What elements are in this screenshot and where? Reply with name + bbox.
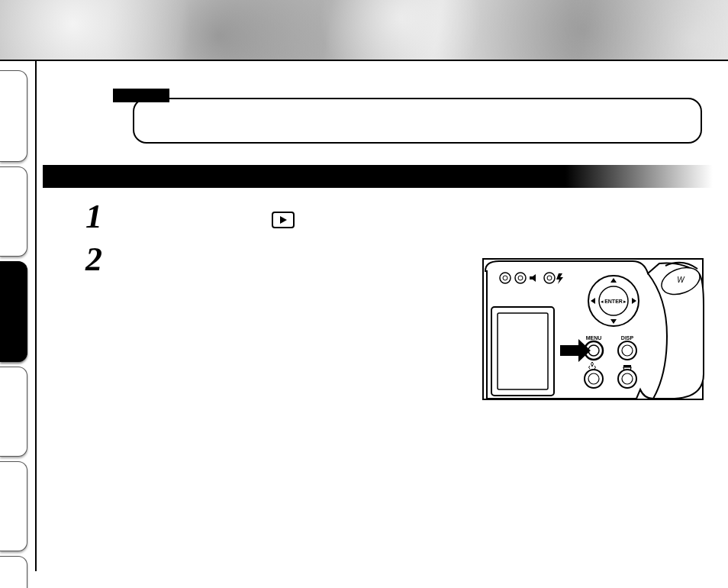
svg-rect-9 bbox=[498, 313, 548, 389]
side-tab-6 bbox=[0, 556, 27, 588]
section-heading-bar bbox=[43, 165, 713, 188]
mode-dial-letter: W bbox=[677, 276, 685, 284]
side-tab-2 bbox=[0, 166, 27, 257]
svg-point-22 bbox=[622, 345, 633, 356]
camera-illustration: W ENTER ◂ ▸ MENU DISP bbox=[482, 258, 704, 400]
menu-button-label: MENU bbox=[586, 335, 602, 341]
step-number-1: 1 bbox=[85, 197, 99, 236]
vertical-rule bbox=[35, 60, 37, 571]
svg-point-7 bbox=[547, 276, 552, 280]
svg-text:◂: ◂ bbox=[601, 299, 604, 304]
side-tabs bbox=[0, 60, 27, 556]
playback-icon bbox=[272, 212, 295, 228]
side-tab-4 bbox=[0, 367, 27, 457]
svg-point-3 bbox=[503, 276, 507, 280]
side-tab-5 bbox=[0, 461, 27, 551]
svg-text:▸: ▸ bbox=[623, 299, 627, 304]
info-box bbox=[133, 98, 702, 144]
svg-point-5 bbox=[518, 276, 523, 280]
svg-marker-0 bbox=[280, 216, 287, 224]
disp-button-label: DISP bbox=[621, 335, 634, 341]
side-tab-1 bbox=[0, 70, 27, 162]
svg-point-24 bbox=[588, 373, 599, 384]
enter-button-label: ENTER bbox=[604, 299, 623, 304]
step-number-2: 2 bbox=[85, 240, 99, 279]
side-tab-3-active bbox=[0, 261, 27, 362]
svg-point-27 bbox=[622, 373, 633, 384]
decorative-banner bbox=[0, 0, 728, 61]
info-box-label bbox=[113, 89, 169, 102]
